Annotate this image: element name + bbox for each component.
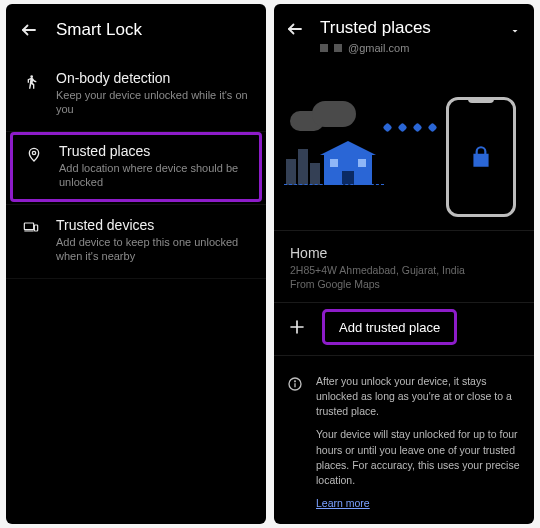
trusted-places-screen: Trusted places @gmail.com — [274, 4, 534, 524]
lock-icon — [468, 144, 494, 170]
devices-icon — [20, 217, 42, 235]
option-title: Trusted places — [59, 143, 249, 159]
learn-more-link[interactable]: Learn more — [316, 497, 370, 509]
smart-lock-screen: Smart Lock On-body detection Keep your d… — [6, 4, 266, 524]
account-suffix: @gmail.com — [348, 42, 409, 54]
option-desc: Add location where device should be unlo… — [59, 161, 249, 190]
page-title: Smart Lock — [56, 20, 142, 40]
appbar: Smart Lock — [6, 4, 266, 56]
svg-point-2 — [32, 151, 35, 154]
house-icon — [320, 141, 376, 185]
highlight-trusted-places: Trusted places Add location where device… — [10, 132, 262, 203]
back-arrow-icon[interactable] — [286, 18, 304, 36]
svg-point-11 — [295, 381, 296, 382]
option-desc: Keep your device unlocked while it's on … — [56, 88, 252, 117]
place-address: 2H85+4W Ahmedabad, Gujarat, India — [290, 264, 518, 278]
home-place-entry[interactable]: Home 2H85+4W Ahmedabad, Gujarat, India F… — [274, 235, 534, 298]
illustration — [274, 66, 534, 226]
svg-point-1 — [30, 75, 33, 78]
page-title: Trusted places — [320, 18, 492, 38]
buildings-icon — [286, 149, 320, 185]
back-arrow-icon[interactable] — [20, 21, 38, 39]
phone-outline-icon — [446, 97, 516, 217]
cloud-icon — [312, 101, 356, 127]
info-paragraph: After you unlock your device, it stays u… — [316, 374, 522, 420]
account-redaction-icon — [334, 44, 342, 52]
option-desc: Add device to keep this one unlocked whe… — [56, 235, 252, 264]
option-title: Trusted devices — [56, 217, 252, 233]
option-trusted-places[interactable]: Trusted places Add location where device… — [23, 143, 249, 190]
add-trusted-place-button[interactable]: Add trusted place — [322, 309, 457, 345]
account-label: @gmail.com — [320, 42, 492, 54]
info-paragraph: Your device will stay unlocked for up to… — [316, 427, 522, 488]
account-redaction-icon — [320, 44, 328, 52]
info-icon — [286, 374, 304, 512]
add-button-label: Add trusted place — [339, 320, 440, 335]
ground-line — [284, 184, 384, 185]
plus-icon[interactable] — [286, 316, 308, 338]
walking-icon — [20, 70, 42, 92]
divider — [274, 302, 534, 303]
divider — [274, 230, 534, 231]
info-block: After you unlock your device, it stays u… — [274, 360, 534, 520]
option-trusted-devices[interactable]: Trusted devices Add device to keep this … — [6, 204, 266, 279]
divider — [274, 355, 534, 356]
connection-dots-icon — [384, 124, 436, 131]
option-title: On-body detection — [56, 70, 252, 86]
option-onbody[interactable]: On-body detection Keep your device unloc… — [6, 58, 266, 132]
svg-rect-4 — [34, 225, 37, 231]
place-title: Home — [290, 245, 518, 261]
appbar: Trusted places @gmail.com — [274, 4, 534, 60]
add-trusted-place-row: Add trusted place — [274, 307, 534, 347]
svg-rect-3 — [24, 223, 33, 230]
place-source: From Google Maps — [290, 278, 518, 290]
account-dropdown-icon[interactable] — [508, 24, 522, 38]
pin-icon — [23, 143, 45, 165]
